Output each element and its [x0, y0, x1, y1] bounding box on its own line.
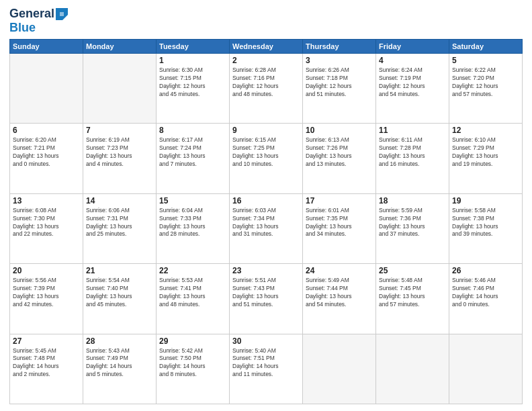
calendar-week-3: 20Sunrise: 5:56 AM Sunset: 7:39 PM Dayli…: [10, 264, 523, 334]
day-info: Sunrise: 6:11 AM Sunset: 7:28 PM Dayligh…: [379, 136, 446, 169]
day-number: 28: [86, 336, 153, 346]
day-info: Sunrise: 5:40 AM Sunset: 7:51 PM Dayligh…: [232, 347, 300, 379]
calendar-cell: 4Sunrise: 6:24 AM Sunset: 7:19 PM Daylig…: [376, 54, 449, 124]
day-number: 30: [232, 336, 300, 346]
logo-blue-text: Blue: [9, 21, 36, 35]
calendar-cell: 18Sunrise: 5:59 AM Sunset: 7:36 PM Dayli…: [376, 193, 449, 263]
day-number: 29: [159, 336, 226, 346]
day-info: Sunrise: 6:19 AM Sunset: 7:23 PM Dayligh…: [86, 136, 153, 169]
calendar-cell: [449, 334, 523, 404]
day-info: Sunrise: 6:28 AM Sunset: 7:16 PM Dayligh…: [232, 66, 300, 99]
calendar-cell: 1Sunrise: 6:30 AM Sunset: 7:15 PM Daylig…: [157, 54, 230, 124]
calendar-week-4: 27Sunrise: 5:45 AM Sunset: 7:48 PM Dayli…: [10, 334, 523, 404]
calendar-cell: 15Sunrise: 6:04 AM Sunset: 7:33 PM Dayli…: [157, 193, 230, 263]
day-number: 7: [86, 126, 153, 135]
day-info: Sunrise: 6:06 AM Sunset: 7:31 PM Dayligh…: [86, 207, 153, 239]
day-number: 27: [13, 336, 80, 346]
day-info: Sunrise: 5:43 AM Sunset: 7:49 PM Dayligh…: [86, 347, 153, 379]
calendar-week-0: 1Sunrise: 6:30 AM Sunset: 7:15 PM Daylig…: [10, 54, 523, 124]
col-header-tuesday: Tuesday: [157, 40, 230, 54]
day-number: 17: [306, 196, 373, 205]
day-number: 25: [379, 266, 446, 275]
day-info: Sunrise: 6:10 AM Sunset: 7:29 PM Dayligh…: [452, 136, 519, 169]
calendar-cell: 9Sunrise: 6:15 AM Sunset: 7:25 PM Daylig…: [230, 124, 303, 193]
day-info: Sunrise: 6:17 AM Sunset: 7:24 PM Dayligh…: [159, 136, 226, 169]
calendar-week-1: 6Sunrise: 6:20 AM Sunset: 7:21 PM Daylig…: [10, 124, 523, 193]
day-number: 19: [452, 196, 519, 205]
calendar-cell: 7Sunrise: 6:19 AM Sunset: 7:23 PM Daylig…: [83, 124, 157, 193]
day-number: 14: [86, 196, 153, 205]
day-number: 24: [306, 266, 373, 275]
calendar-table: SundayMondayTuesdayWednesdayThursdayFrid…: [9, 39, 523, 404]
day-number: 23: [232, 266, 300, 275]
calendar-cell: 28Sunrise: 5:43 AM Sunset: 7:49 PM Dayli…: [83, 334, 157, 404]
day-info: Sunrise: 5:49 AM Sunset: 7:44 PM Dayligh…: [306, 277, 373, 309]
calendar-cell: 21Sunrise: 5:54 AM Sunset: 7:40 PM Dayli…: [83, 264, 157, 334]
calendar-cell: 23Sunrise: 5:51 AM Sunset: 7:43 PM Dayli…: [230, 264, 303, 334]
day-info: Sunrise: 6:08 AM Sunset: 7:30 PM Dayligh…: [13, 207, 80, 239]
calendar-cell: 30Sunrise: 5:40 AM Sunset: 7:51 PM Dayli…: [230, 334, 303, 404]
calendar-cell: 24Sunrise: 5:49 AM Sunset: 7:44 PM Dayli…: [303, 264, 376, 334]
day-info: Sunrise: 5:54 AM Sunset: 7:40 PM Dayligh…: [86, 277, 153, 309]
col-header-sunday: Sunday: [10, 40, 83, 54]
day-number: 13: [13, 196, 80, 205]
day-number: 11: [379, 126, 446, 135]
day-number: 5: [452, 56, 519, 65]
calendar-cell: 29Sunrise: 5:42 AM Sunset: 7:50 PM Dayli…: [157, 334, 230, 404]
day-number: 9: [232, 126, 300, 135]
col-header-friday: Friday: [376, 40, 449, 54]
day-info: Sunrise: 6:30 AM Sunset: 7:15 PM Dayligh…: [159, 66, 226, 99]
day-info: Sunrise: 6:04 AM Sunset: 7:33 PM Dayligh…: [159, 207, 226, 239]
day-info: Sunrise: 5:59 AM Sunset: 7:36 PM Dayligh…: [379, 207, 446, 239]
day-info: Sunrise: 5:51 AM Sunset: 7:43 PM Dayligh…: [232, 277, 300, 309]
day-number: 10: [306, 126, 373, 135]
calendar-cell: 26Sunrise: 5:46 AM Sunset: 7:46 PM Dayli…: [449, 264, 523, 334]
day-info: Sunrise: 5:46 AM Sunset: 7:46 PM Dayligh…: [452, 277, 519, 309]
day-info: Sunrise: 6:03 AM Sunset: 7:34 PM Dayligh…: [232, 207, 300, 239]
calendar-header-row: SundayMondayTuesdayWednesdayThursdayFrid…: [10, 40, 523, 54]
day-info: Sunrise: 5:42 AM Sunset: 7:50 PM Dayligh…: [159, 347, 226, 379]
calendar-cell: [83, 54, 157, 124]
day-number: 4: [379, 56, 446, 65]
calendar-cell: 16Sunrise: 6:03 AM Sunset: 7:34 PM Dayli…: [230, 193, 303, 263]
calendar-cell: 25Sunrise: 5:48 AM Sunset: 7:45 PM Dayli…: [376, 264, 449, 334]
calendar-cell: 17Sunrise: 6:01 AM Sunset: 7:35 PM Dayli…: [303, 193, 376, 263]
col-header-thursday: Thursday: [303, 40, 376, 54]
day-number: 18: [379, 196, 446, 205]
day-info: Sunrise: 6:22 AM Sunset: 7:20 PM Dayligh…: [452, 66, 519, 99]
day-number: 3: [306, 56, 373, 65]
day-number: 16: [232, 196, 300, 205]
calendar-cell: 5Sunrise: 6:22 AM Sunset: 7:20 PM Daylig…: [449, 54, 523, 124]
day-number: 1: [159, 56, 226, 65]
calendar-cell: [303, 334, 376, 404]
day-info: Sunrise: 6:15 AM Sunset: 7:25 PM Dayligh…: [232, 136, 300, 169]
calendar-week-2: 13Sunrise: 6:08 AM Sunset: 7:30 PM Dayli…: [10, 193, 523, 263]
day-info: Sunrise: 6:24 AM Sunset: 7:19 PM Dayligh…: [379, 66, 446, 99]
logo: General Blue: [9, 7, 68, 35]
calendar-cell: 3Sunrise: 6:26 AM Sunset: 7:18 PM Daylig…: [303, 54, 376, 124]
day-info: Sunrise: 6:13 AM Sunset: 7:26 PM Dayligh…: [306, 136, 373, 169]
col-header-monday: Monday: [83, 40, 157, 54]
calendar-cell: 19Sunrise: 5:58 AM Sunset: 7:38 PM Dayli…: [449, 193, 523, 263]
logo-icon: [56, 8, 68, 20]
day-number: 22: [159, 266, 226, 275]
calendar-cell: 8Sunrise: 6:17 AM Sunset: 7:24 PM Daylig…: [157, 124, 230, 193]
col-header-wednesday: Wednesday: [230, 40, 303, 54]
day-number: 12: [452, 126, 519, 135]
calendar-cell: 13Sunrise: 6:08 AM Sunset: 7:30 PM Dayli…: [10, 193, 83, 263]
page: General Blue SundayMondayTuesdayWednesda…: [0, 0, 532, 411]
calendar-cell: 2Sunrise: 6:28 AM Sunset: 7:16 PM Daylig…: [230, 54, 303, 124]
calendar-cell: [10, 54, 83, 124]
calendar-cell: [376, 334, 449, 404]
day-info: Sunrise: 6:20 AM Sunset: 7:21 PM Dayligh…: [13, 136, 80, 169]
calendar-cell: 22Sunrise: 5:53 AM Sunset: 7:41 PM Dayli…: [157, 264, 230, 334]
calendar-cell: 6Sunrise: 6:20 AM Sunset: 7:21 PM Daylig…: [10, 124, 83, 193]
day-info: Sunrise: 5:45 AM Sunset: 7:48 PM Dayligh…: [13, 347, 80, 379]
day-info: Sunrise: 6:01 AM Sunset: 7:35 PM Dayligh…: [306, 207, 373, 239]
logo-general-text: General: [9, 7, 54, 21]
calendar-cell: 12Sunrise: 6:10 AM Sunset: 7:29 PM Dayli…: [449, 124, 523, 193]
calendar-cell: 27Sunrise: 5:45 AM Sunset: 7:48 PM Dayli…: [10, 334, 83, 404]
calendar-cell: 14Sunrise: 6:06 AM Sunset: 7:31 PM Dayli…: [83, 193, 157, 263]
day-info: Sunrise: 5:56 AM Sunset: 7:39 PM Dayligh…: [13, 277, 80, 309]
header: General Blue: [9, 7, 523, 35]
